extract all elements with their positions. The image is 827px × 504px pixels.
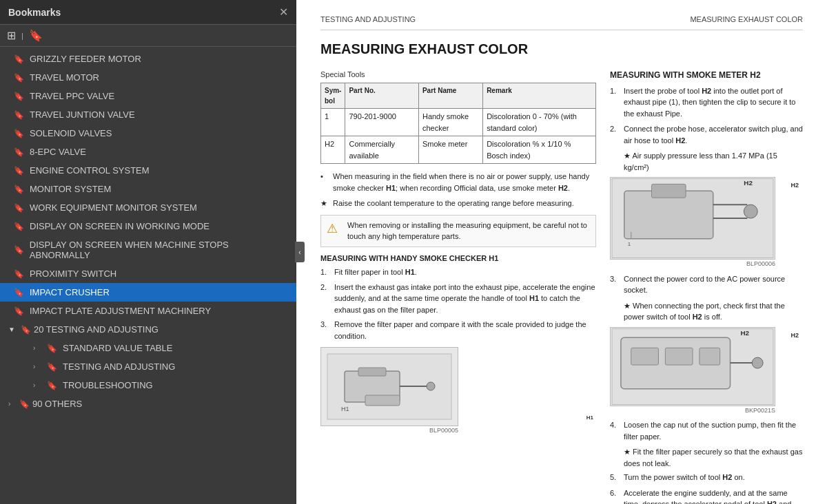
bookmark-icon-14: 🔖 [14, 306, 24, 316]
separator: | [21, 32, 23, 40]
diagram-caption-3: BKP0021S [610, 406, 775, 416]
section-label: 20 TESTING AND ADJUSTING [34, 324, 159, 335]
table-cell: Discoloration % x 1/10 % Bosch index) [483, 136, 596, 164]
child-label-2: TESTING AND ADJUSTING [63, 361, 175, 372]
right-section-title: MEASURING WITH SMOKE METER H2 [610, 69, 803, 81]
step-num: 5. [610, 472, 620, 483]
bookmark-label: DISPLAY ON SCREEN WHEN MACHINE STOPS ABN… [30, 240, 288, 260]
others-expand-btn: › [8, 400, 17, 408]
document-panel: TESTING AND ADJUSTING MEASURING EXHAUST … [296, 0, 827, 504]
panel-collapse-button[interactable]: ‹ [295, 242, 305, 262]
step-text: Connect the power cord to the AC power s… [624, 273, 803, 296]
expand-icon-3: › [33, 381, 41, 389]
subsection-handy-title: MEASURING WITH HANDY SMOKE CHECKER H1 [320, 253, 596, 264]
diagram-caption-2: BLP00006 [610, 260, 775, 269]
step-text: Loosen the cap nut of the suction pump, … [624, 419, 803, 442]
bookmarks-header: Bookmarks ✕ [0, 0, 296, 25]
air-supply-text: Air supply pressure less than 1.47 MPa (… [624, 151, 777, 171]
doc-header: TESTING AND ADJUSTING MEASURING EXHAUST … [320, 14, 803, 30]
table-cell: 790-201-9000 [345, 109, 418, 136]
sidebar-item-display-working[interactable]: 🔖 DISPLAY ON SCREEN IN WORKING MODE [0, 217, 296, 235]
svg-rect-7 [365, 395, 400, 406]
expand-icon-2: › [33, 363, 41, 370]
child-label-3: TROUBLESHOOTING [63, 380, 153, 390]
sidebar-item-grizzly-feeder-motor[interactable]: 🔖 GRIZZLY FEEDER MOTOR [0, 50, 296, 68]
table-header-symbol: Sym-bol [321, 83, 345, 109]
smoke-step-5: 5. Turn the power switch of tool H2 on. [610, 472, 803, 483]
bookmarks-title: Bookmarks [8, 7, 61, 18]
bookmark-label: GRIZZLY FEEDER MOTOR [30, 54, 141, 64]
sidebar-item-engine-control[interactable]: 🔖 ENGINE CONTROL SYSTEM [0, 161, 296, 180]
bookmark-label: IMPACT CRUSHER [30, 287, 110, 297]
section-90-others[interactable]: › 🔖 90 OTHERS [0, 395, 296, 413]
svg-rect-9 [624, 191, 713, 238]
diagram-h2-top-wrapper: H2 1 H2 BLP00006 [610, 177, 803, 269]
sidebar-item-display-stops[interactable]: 🔖 DISPLAY ON SCREEN WHEN MACHINE STOPS A… [0, 235, 296, 264]
section-20-testing[interactable]: ▼ 🔖 20 TESTING AND ADJUSTING [0, 320, 296, 339]
handy-step-2: 2. Insert the exhaust gas intake port in… [320, 282, 596, 316]
bookmark-icon-12: 🔖 [14, 269, 24, 279]
sidebar-item-solenoid-valves[interactable]: 🔖 SOLENOID VALVES [0, 124, 296, 143]
filter-paper-note: ★ Fit the filter paper securely so that … [610, 446, 803, 469]
sidebar-item-standard-value[interactable]: › 🔖 STANDARD VALUE TABLE [0, 339, 296, 357]
bullet-text-2: Raise the coolant temperature to the ope… [333, 198, 574, 209]
bullet-dot-2: ★ [320, 198, 329, 209]
bookmark-label: DISPLAY ON SCREEN IN WORKING MODE [30, 221, 210, 231]
bookmark-label: WORK EQUIPMENT MONITOR SYSTEM [30, 202, 197, 213]
step-num: 4. [610, 419, 620, 442]
bookmark-icon-6: 🔖 [14, 147, 24, 157]
diagram-h2-bottom: H2 H2 [610, 327, 775, 406]
smoke-steps-list-3: 4. Loosen the cap nut of the suction pum… [610, 419, 803, 442]
step-num: 2. [320, 282, 330, 316]
diagram-caption-1: BLP00005 [320, 426, 458, 436]
step-num: 2. [610, 123, 620, 146]
sidebar-item-proximity-switch[interactable]: 🔖 PROXIMITY SWITCH [0, 264, 296, 283]
bookmark-icon[interactable]: 🔖 [29, 29, 43, 42]
sidebar-item-monitor-system[interactable]: 🔖 MONITOR SYSTEM [0, 180, 296, 198]
sidebar-item-work-equipment[interactable]: 🔖 WORK EQUIPMENT MONITOR SYSTEM [0, 198, 296, 217]
handy-step-3: 3. Remove the filter paper and compare i… [320, 319, 596, 342]
bookmark-label: SOLENOID VALVES [30, 128, 112, 138]
sidebar-item-travel-ppc-valve[interactable]: 🔖 TRAVEL PPC VALVE [0, 87, 296, 105]
doc-main-title: MEASURING EXHAUST COLOR [320, 39, 803, 59]
bookmark-icon-13: 🔖 [14, 288, 24, 297]
sidebar-item-impact-plate[interactable]: 🔖 IMPACT PLATE ADJUSTMENT MACHINERY [0, 302, 296, 320]
bookmark-icon-5: 🔖 [14, 129, 24, 138]
warning-text: When removing or installing the measurin… [347, 220, 590, 242]
bookmark-label: TRAVEL MOTOR [30, 72, 99, 83]
diagram-h1: H1 H1 [320, 347, 458, 426]
step-num: 1. [610, 85, 620, 120]
svg-rect-19 [631, 348, 659, 365]
bookmark-list: 🔖 GRIZZLY FEEDER MOTOR 🔖 TRAVEL MOTOR 🔖 … [0, 47, 296, 504]
bookmark-list-icon[interactable]: ⊞ [7, 29, 16, 42]
sidebar-item-impact-crusher[interactable]: 🔖 IMPACT CRUSHER [0, 283, 296, 302]
bookmark-icon-10: 🔖 [14, 222, 24, 231]
doc-content-row: Special Tools Sym-bol Part No. Part Name… [320, 69, 803, 505]
smoke-step-1: 1. Insert the probe of tool H2 into the … [610, 85, 803, 120]
expand-icon-1: › [33, 344, 41, 352]
table-cell: 1 [321, 109, 345, 136]
close-button[interactable]: ✕ [279, 6, 288, 19]
svg-text:H2: H2 [744, 179, 753, 187]
table-cell: Discoloration 0 - 70% (with standard col… [483, 109, 596, 136]
step-num: 3. [610, 273, 620, 296]
sidebar-item-8-epc-valve[interactable]: 🔖 8-EPC VALVE [0, 143, 296, 161]
svg-text:H1: H1 [341, 406, 349, 412]
table-header-remark: Remark [483, 83, 596, 109]
sidebar-item-troubleshooting[interactable]: › 🔖 TROUBLESHOOTING [0, 376, 296, 395]
table-cell: Smoke meter [418, 136, 482, 164]
child-bookmark-icon-3: 🔖 [47, 381, 57, 390]
bookmark-icon-3: 🔖 [14, 92, 24, 101]
step-text: Connect the probe hose, accelerator swit… [624, 123, 803, 146]
bullet-item-2: ★ Raise the coolant temperature to the o… [320, 198, 596, 209]
section-collapse-arrow: ▼ [8, 326, 15, 333]
sidebar-item-testing-adjusting[interactable]: › 🔖 TESTING AND ADJUSTING [0, 357, 296, 376]
table-header-partno: Part No. [345, 83, 418, 109]
step-text: Insert the probe of tool H2 into the out… [624, 85, 803, 120]
sidebar-item-travel-junction-valve[interactable]: 🔖 TRAVEL JUNTION VALVE [0, 105, 296, 124]
sidebar-item-travel-motor[interactable]: 🔖 TRAVEL MOTOR [0, 68, 296, 87]
bookmark-icon-11: 🔖 [14, 245, 24, 255]
special-tools-table: Sym-bol Part No. Part Name Remark 1 790-… [320, 83, 596, 164]
others-bookmark-icon: 🔖 [19, 399, 30, 409]
child-bookmark-icon-1: 🔖 [47, 344, 57, 353]
